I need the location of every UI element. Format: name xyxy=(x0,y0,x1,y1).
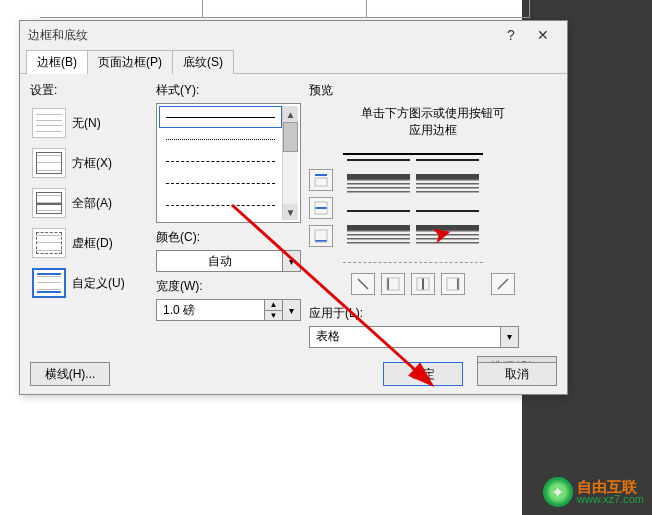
color-combo[interactable]: 自动 ▾ xyxy=(156,250,301,272)
border-right-button[interactable] xyxy=(441,273,465,295)
width-combo[interactable]: 1.0 磅 ▲ ▼ ▾ xyxy=(156,299,301,321)
style-column: 样式(Y): ▲ ▼ 颜色(C): 自动 xyxy=(156,82,301,378)
spin-up-icon[interactable]: ▲ xyxy=(265,300,282,311)
watermark-logo-icon: ✦ xyxy=(543,477,573,507)
preview-bottom-buttons xyxy=(309,273,557,295)
setting-custom-icon xyxy=(32,268,66,298)
dialog-title: 边框和底纹 xyxy=(28,27,495,44)
preview-hint: 单击下方图示或使用按钮可 应用边框 xyxy=(309,105,557,139)
setting-box-icon xyxy=(32,148,66,178)
setting-box[interactable]: 方框(X) xyxy=(30,143,148,183)
border-bottom-button[interactable] xyxy=(309,225,333,247)
setting-none[interactable]: 无(N) xyxy=(30,103,148,143)
preview-side-buttons xyxy=(309,169,333,247)
dialog-footer: 横线(H)... 确定 取消 xyxy=(30,362,557,386)
svg-line-6 xyxy=(358,279,368,289)
help-button[interactable]: ? xyxy=(495,23,527,47)
svg-line-13 xyxy=(498,279,508,289)
apply-to-label: 应用于(L): xyxy=(309,305,557,322)
scroll-up-icon[interactable]: ▲ xyxy=(283,106,298,122)
setting-dashed-label: 虚框(D) xyxy=(72,235,113,252)
style-dash-double[interactable] xyxy=(159,194,282,216)
preview-diagram[interactable] xyxy=(343,153,483,263)
border-vmid-button[interactable] xyxy=(411,273,435,295)
setting-all-label: 全部(A) xyxy=(72,195,112,212)
style-solid[interactable] xyxy=(159,106,282,128)
titlebar: 边框和底纹 ? ✕ xyxy=(20,21,567,49)
close-button[interactable]: ✕ xyxy=(527,23,559,47)
tab-shading[interactable]: 底纹(S) xyxy=(172,50,234,74)
tab-borders[interactable]: 边框(B) xyxy=(26,50,88,74)
chevron-down-icon[interactable]: ▾ xyxy=(282,300,300,320)
scroll-thumb[interactable] xyxy=(283,122,298,152)
svg-rect-0 xyxy=(315,174,327,176)
svg-rect-2 xyxy=(315,207,327,209)
style-dotted[interactable] xyxy=(159,128,282,150)
spin-down-icon[interactable]: ▼ xyxy=(265,311,282,321)
border-hmid-button[interactable] xyxy=(309,197,333,219)
svg-rect-1 xyxy=(315,178,327,186)
setting-custom[interactable]: 自定义(U) xyxy=(30,263,148,303)
tab-page-borders[interactable]: 页面边框(P) xyxy=(87,50,173,74)
setting-dashed[interactable]: 虚框(D) xyxy=(30,223,148,263)
width-label: 宽度(W): xyxy=(156,278,301,295)
color-value: 自动 xyxy=(157,253,282,270)
background-table-fragment xyxy=(40,0,530,18)
style-dash-large[interactable] xyxy=(159,172,282,194)
apply-to-value: 表格 xyxy=(310,328,500,345)
border-left-button[interactable] xyxy=(381,273,405,295)
border-top-button[interactable] xyxy=(309,169,333,191)
style-dash-small[interactable] xyxy=(159,150,282,172)
setting-none-label: 无(N) xyxy=(72,115,101,132)
setting-custom-label: 自定义(U) xyxy=(72,275,125,292)
setting-dashed-icon xyxy=(32,228,66,258)
apply-to-group: 应用于(L): 表格 ▾ 选项(O)... xyxy=(309,305,557,348)
setting-box-label: 方框(X) xyxy=(72,155,112,172)
tab-strip: 边框(B) 页面边框(P) 底纹(S) xyxy=(20,49,567,74)
watermark-url: www.xz7.com xyxy=(577,494,644,505)
width-value: 1.0 磅 xyxy=(157,302,264,319)
border-diag-up-button[interactable] xyxy=(491,273,515,295)
svg-rect-9 xyxy=(422,278,424,290)
preview-column: 预览 单击下方图示或使用按钮可 应用边框 xyxy=(309,82,557,378)
chevron-down-icon[interactable]: ▾ xyxy=(282,251,300,271)
color-label: 颜色(C): xyxy=(156,229,301,246)
settings-label: 设置: xyxy=(30,82,148,99)
setting-all-icon xyxy=(32,188,66,218)
apply-to-combo[interactable]: 表格 ▾ xyxy=(309,326,519,348)
chevron-down-icon[interactable]: ▾ xyxy=(500,327,518,347)
watermark: ✦ 自由互联 www.xz7.com xyxy=(543,477,644,507)
watermark-cn: 自由互联 xyxy=(577,479,644,494)
style-scrollbar[interactable]: ▲ ▼ xyxy=(282,106,298,220)
style-label: 样式(Y): xyxy=(156,82,301,99)
ok-button[interactable]: 确定 xyxy=(383,362,463,386)
cancel-button[interactable]: 取消 xyxy=(477,362,557,386)
style-listbox[interactable]: ▲ ▼ xyxy=(156,103,301,223)
scroll-down-icon[interactable]: ▼ xyxy=(283,204,298,220)
borders-and-shading-dialog: 边框和底纹 ? ✕ 边框(B) 页面边框(P) 底纹(S) 设置: 无(N) xyxy=(19,20,568,395)
preview-label: 预览 xyxy=(309,82,557,99)
settings-column: 设置: 无(N) 方框(X) xyxy=(30,82,148,378)
setting-all[interactable]: 全部(A) xyxy=(30,183,148,223)
width-spinner[interactable]: ▲ ▼ xyxy=(264,300,282,320)
setting-none-icon xyxy=(32,108,66,138)
border-diag-down-button[interactable] xyxy=(351,273,375,295)
horizontal-line-button[interactable]: 横线(H)... xyxy=(30,362,110,386)
